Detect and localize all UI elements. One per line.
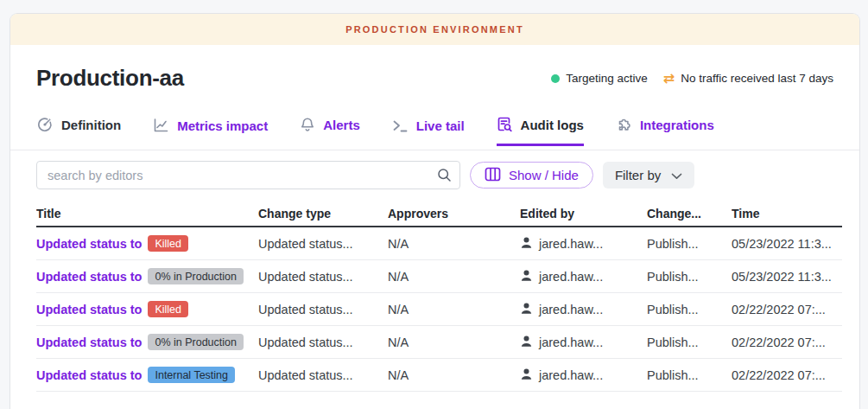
row-approvers: N/A	[388, 368, 520, 382]
line-chart-icon	[153, 118, 169, 133]
row-title-cell: Updated status to 0% in Production	[36, 334, 258, 350]
row-title-cell: Updated status to Killed	[36, 301, 258, 317]
bell-icon	[300, 117, 315, 133]
status-badge: 0% in Production	[148, 334, 244, 350]
traffic-arrows-icon: ⇄	[663, 72, 675, 86]
row-editor-name: jared.haw...	[539, 237, 603, 251]
tab-integrations[interactable]: Integrations	[616, 117, 714, 144]
row-edited-by: jared.haw...	[520, 367, 647, 383]
table-body: Updated status to Killed Updated status.…	[36, 227, 842, 392]
row-title-link[interactable]: Updated status to	[36, 368, 142, 382]
row-title-link[interactable]: Updated status to	[36, 303, 142, 316]
row-change: Publish...	[647, 237, 732, 251]
row-title-link[interactable]: Updated status to	[36, 336, 142, 349]
tab-audit-logs-label: Audit logs	[521, 118, 584, 132]
traffic-status: ⇄ No traffic received last 7 days	[663, 72, 833, 86]
tab-bar: Definition Metrics impact Alerts	[10, 116, 859, 150]
row-change-type: Updated status...	[258, 270, 388, 284]
tab-live-tail-label: Live tail	[416, 118, 465, 133]
person-icon	[520, 335, 533, 350]
targeting-status-label: Targeting active	[566, 72, 648, 85]
targeting-status: Targeting active	[551, 72, 648, 85]
row-change-type: Updated status...	[258, 336, 388, 349]
status-group: Targeting active ⇄ No traffic received l…	[551, 72, 833, 86]
production-environment-banner: PRODUCTION ENVIRONMENT	[10, 14, 859, 45]
environment-card: PRODUCTION ENVIRONMENT Production-aa Tar…	[10, 13, 860, 409]
row-change-type: Updated status...	[258, 237, 388, 251]
search-input[interactable]	[36, 161, 460, 189]
row-title-link[interactable]: Updated status to	[36, 237, 142, 251]
row-change: Publish...	[647, 336, 732, 349]
show-hide-button[interactable]: Show / Hide	[470, 162, 593, 189]
column-header-approvers: Approvers	[388, 207, 520, 220]
row-change-type: Updated status...	[258, 303, 388, 316]
row-approvers: N/A	[388, 303, 520, 316]
column-header-title: Title	[36, 207, 258, 220]
tab-audit-logs[interactable]: Audit logs	[497, 116, 584, 146]
row-change: Publish...	[647, 270, 732, 284]
filter-by-button[interactable]: Filter by	[603, 162, 694, 189]
puzzle-icon	[616, 117, 632, 133]
search-icon	[437, 168, 452, 186]
table-toolbar: Show / Hide Filter by	[36, 161, 833, 189]
terminal-icon	[392, 118, 409, 133]
person-icon	[520, 269, 533, 284]
row-title-cell: Updated status to 0% in Production	[36, 268, 258, 284]
tab-live-tail[interactable]: Live tail	[392, 118, 465, 144]
status-badge: Killed	[148, 235, 188, 252]
row-time: 05/23/2022 11:3...	[732, 270, 842, 284]
row-edited-by: jared.haw...	[520, 269, 647, 284]
status-badge: Killed	[148, 301, 188, 317]
row-edited-by: jared.haw...	[520, 302, 647, 317]
audit-log-table: Title Change type Approvers Edited by Ch…	[36, 201, 842, 392]
table-header-row: Title Change type Approvers Edited by Ch…	[36, 201, 842, 227]
tab-integrations-label: Integrations	[640, 118, 714, 132]
table-row[interactable]: Updated status to 0% in Production Updat…	[36, 326, 842, 359]
search-box	[36, 161, 460, 189]
row-title-cell: Updated status to Internal Testing	[36, 367, 258, 383]
status-badge: 0% in Production	[148, 268, 244, 284]
table-row[interactable]: Updated status to Killed Updated status.…	[36, 227, 842, 260]
row-change: Publish...	[647, 368, 732, 382]
person-icon	[520, 302, 533, 317]
table-row[interactable]: Updated status to 0% in Production Updat…	[36, 260, 842, 293]
tab-definition[interactable]: Definition	[36, 116, 121, 144]
chevron-down-icon	[671, 168, 682, 182]
tab-definition-label: Definition	[61, 118, 121, 132]
column-header-change: Change...	[647, 207, 732, 220]
page-title: Production-aa	[36, 65, 184, 92]
row-title-link[interactable]: Updated status to	[36, 270, 142, 284]
tab-metrics-impact[interactable]: Metrics impact	[153, 118, 268, 144]
table-row[interactable]: Updated status to Internal Testing Updat…	[36, 359, 842, 392]
tab-metrics-impact-label: Metrics impact	[177, 118, 268, 133]
row-change-type: Updated status...	[258, 368, 388, 382]
target-icon	[36, 116, 54, 133]
row-editor-name: jared.haw...	[539, 270, 603, 284]
row-edited-by: jared.haw...	[520, 236, 647, 252]
green-dot-icon	[551, 74, 560, 83]
person-icon	[520, 367, 533, 383]
banner-label: PRODUCTION ENVIRONMENT	[345, 24, 524, 35]
row-approvers: N/A	[388, 237, 520, 251]
table-row[interactable]: Updated status to Killed Updated status.…	[36, 293, 842, 326]
tab-alerts[interactable]: Alerts	[300, 117, 360, 144]
row-approvers: N/A	[388, 270, 520, 284]
tab-alerts-label: Alerts	[323, 118, 360, 132]
row-approvers: N/A	[388, 336, 520, 349]
row-editor-name: jared.haw...	[539, 368, 603, 382]
row-time: 02/22/2022 07:...	[732, 368, 842, 382]
status-badge: Internal Testing	[148, 367, 235, 383]
row-time: 05/23/2022 11:3...	[732, 237, 842, 251]
columns-icon	[485, 167, 501, 184]
column-header-edited-by: Edited by	[520, 207, 647, 220]
row-title-cell: Updated status to Killed	[36, 235, 258, 252]
audit-doc-search-icon	[497, 116, 513, 133]
filter-by-label: Filter by	[615, 168, 661, 182]
row-change: Publish...	[647, 303, 732, 316]
column-header-time: Time	[732, 207, 842, 220]
row-time: 02/22/2022 07:...	[732, 303, 842, 316]
row-edited-by: jared.haw...	[520, 335, 647, 350]
row-editor-name: jared.haw...	[539, 336, 603, 349]
traffic-status-label: No traffic received last 7 days	[681, 72, 833, 85]
person-icon	[520, 236, 533, 252]
